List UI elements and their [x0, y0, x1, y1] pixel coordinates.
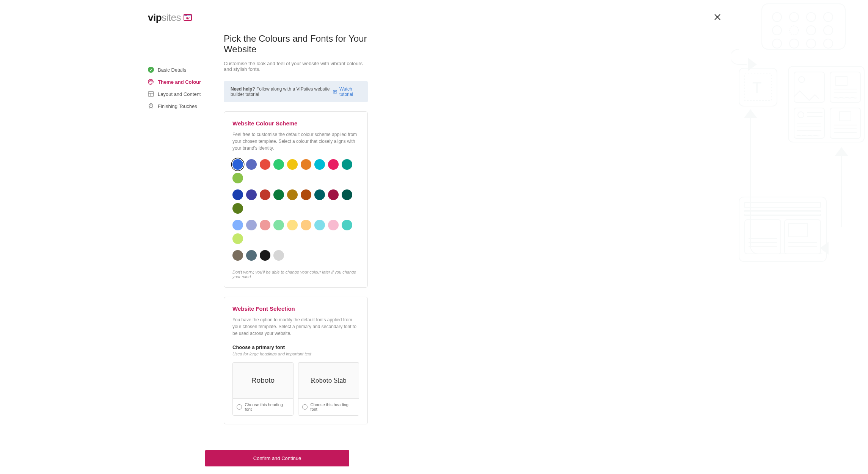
radio-input[interactable] [302, 404, 308, 410]
font-option-roboto-slab[interactable]: Roboto Slab Choose this heading font [298, 362, 359, 416]
colour-swatch[interactable] [232, 173, 243, 183]
svg-point-4 [151, 80, 151, 81]
logo-text: vipsites [148, 12, 181, 23]
rocket-icon [148, 103, 154, 109]
colour-swatch[interactable] [287, 220, 298, 230]
play-icon [333, 89, 337, 94]
colour-swatch[interactable] [246, 220, 257, 230]
confirm-continue-button[interactable]: Confirm and Continue [205, 450, 349, 466]
colour-swatch[interactable] [301, 159, 311, 170]
colour-swatch[interactable] [246, 250, 257, 261]
colour-swatch[interactable] [273, 250, 284, 261]
font-select-row[interactable]: Choose this heading font [298, 398, 359, 415]
help-banner: Need help? Follow along with a VIPsites … [224, 81, 368, 102]
svg-rect-6 [148, 92, 154, 96]
font-primary-heading: Choose a primary font [232, 344, 359, 350]
card-title: Website Font Selection [232, 305, 359, 312]
page-subtitle: Customise the look and feel of your webs… [224, 61, 368, 72]
close-icon [714, 14, 721, 20]
colour-swatch[interactable] [314, 189, 325, 200]
colour-swatch[interactable] [301, 220, 311, 230]
card-description: You have the option to modify the defaul… [232, 316, 359, 337]
sidebar: Basic Details Theme and Colour [148, 33, 205, 433]
colour-swatch[interactable] [260, 250, 270, 261]
page-title: Pick the Colours and Fonts for Your Webs… [224, 33, 368, 55]
font-primary-subtext: Used for large headings and important te… [232, 352, 359, 356]
colour-swatch[interactable] [232, 203, 243, 214]
colour-swatch[interactable] [287, 189, 298, 200]
colour-swatch[interactable] [260, 189, 270, 200]
colour-scheme-card: Website Colour Scheme Feel free to custo… [224, 111, 368, 288]
colour-swatch[interactable] [273, 220, 284, 230]
colour-swatch[interactable] [273, 159, 284, 170]
svg-point-5 [152, 81, 152, 81]
svg-point-7 [151, 105, 151, 105]
colour-swatch[interactable] [260, 220, 270, 230]
sidebar-item-finishing-touches[interactable]: Finishing Touches [148, 100, 205, 112]
sidebar-item-label: Basic Details [158, 67, 186, 73]
colour-swatch[interactable] [342, 159, 352, 170]
logo: vipsites [148, 12, 192, 23]
sidebar-item-basic-details[interactable]: Basic Details [148, 64, 205, 76]
font-option-roboto[interactable]: Roboto Choose this heading font [232, 362, 294, 416]
colour-swatch[interactable] [232, 159, 243, 170]
colour-swatch[interactable] [260, 159, 270, 170]
font-select-row[interactable]: Choose this heading font [233, 398, 293, 415]
colour-swatch[interactable] [246, 159, 257, 170]
card-description: Feel free to customise the default colou… [232, 131, 359, 152]
sidebar-item-label: Layout and Content [158, 91, 201, 97]
colour-swatch[interactable] [314, 159, 325, 170]
colour-swatch[interactable] [246, 189, 257, 200]
colour-swatch[interactable] [232, 233, 243, 244]
help-text: Need help? Follow along with a VIPsites … [231, 86, 333, 97]
colour-swatch[interactable] [342, 189, 352, 200]
colour-swatch[interactable] [232, 250, 243, 261]
colour-grid [232, 159, 359, 264]
sidebar-item-layout-content[interactable]: Layout and Content [148, 88, 205, 100]
colour-swatch[interactable] [301, 189, 311, 200]
watch-tutorial-link[interactable]: Watch tutorial [333, 86, 361, 97]
svg-point-2 [186, 15, 187, 16]
svg-point-3 [149, 81, 150, 81]
logo-icon [183, 13, 192, 22]
radio-input[interactable] [237, 404, 242, 410]
colour-swatch[interactable] [342, 220, 352, 230]
font-selection-card: Website Font Selection You have the opti… [224, 297, 368, 424]
colour-swatch[interactable] [287, 159, 298, 170]
sidebar-item-label: Theme and Colour [158, 79, 201, 85]
colour-swatch[interactable] [232, 189, 243, 200]
card-title: Website Colour Scheme [232, 120, 359, 127]
layout-icon [148, 91, 154, 97]
colour-swatch[interactable] [328, 220, 339, 230]
colour-swatch[interactable] [328, 159, 339, 170]
font-choose-label: Choose this heading font [311, 402, 355, 411]
font-preview: Roboto [233, 363, 293, 398]
font-choose-label: Choose this heading font [245, 402, 289, 411]
font-preview: Roboto Slab [298, 363, 359, 398]
sidebar-item-theme-colour[interactable]: Theme and Colour [148, 76, 205, 88]
sidebar-item-label: Finishing Touches [158, 103, 197, 109]
close-button[interactable] [711, 9, 724, 26]
svg-point-1 [185, 15, 185, 16]
colour-swatch[interactable] [328, 189, 339, 200]
colour-swatch[interactable] [273, 189, 284, 200]
colour-swatch[interactable] [314, 220, 325, 230]
colour-swatch[interactable] [232, 220, 243, 230]
palette-icon [148, 79, 154, 85]
check-icon [148, 67, 154, 73]
card-note: Don't worry, you'll be able to change yo… [232, 270, 359, 279]
